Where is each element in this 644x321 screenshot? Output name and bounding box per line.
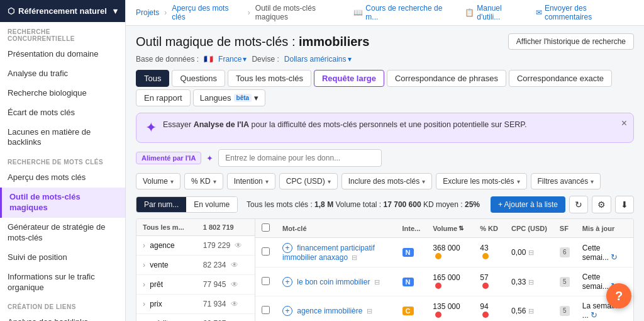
tab-tous-mots-cles[interactable]: Tous les mots-clés xyxy=(228,70,311,87)
tab-languages[interactable]: Langues bêta ▾ xyxy=(193,89,265,106)
filter-kd[interactable]: % KD ▾ xyxy=(184,173,223,189)
left-table-row[interactable]: › prix 71 934 👁 xyxy=(136,295,255,314)
col-checkbox xyxy=(255,219,276,238)
col-volume[interactable]: Volume ⇅ xyxy=(426,219,474,238)
sidebar-item-keyword-overview[interactable]: Aperçu des mots clés xyxy=(0,168,125,188)
sidebar-item-magic-tool[interactable]: Outil de mots-clés magiques xyxy=(0,188,125,218)
left-row-keyword[interactable]: › prix xyxy=(136,295,197,314)
settings-button[interactable]: ⚙ xyxy=(592,196,611,213)
main-content: Projets › Aperçu des mots clés › Outil d… xyxy=(126,0,644,321)
keyword-link[interactable]: financement participatif immobilier anax… xyxy=(282,244,375,262)
col-kd[interactable]: % KD xyxy=(474,219,505,238)
sidebar-item-backlinks-gap[interactable]: Lacunes en matière de backlinks xyxy=(0,123,125,153)
export-button[interactable]: ⬇ xyxy=(615,196,634,213)
breadcrumb-apercu[interactable]: Aperçu des mots clés xyxy=(172,4,243,21)
sidebar-item-backlinks-analysis[interactable]: Analyse des backlinks xyxy=(0,313,125,321)
kd-dot xyxy=(482,312,489,318)
eye-icon[interactable]: 👁 xyxy=(231,261,238,269)
col-cpc[interactable]: CPC (USD) xyxy=(505,219,553,238)
sidebar-item-biological[interactable]: Recherche biologique xyxy=(0,84,125,103)
table-wrapper: Tous les m... 1 802 719 › agence 179 229… xyxy=(136,218,634,321)
refresh-button[interactable]: ↻ xyxy=(569,196,588,213)
keyword-link[interactable]: agence immobilière xyxy=(297,307,362,315)
topnav-link-feedback[interactable]: ✉ Envoyer des commentaires xyxy=(536,4,634,21)
add-keyword-icon[interactable]: + xyxy=(282,277,292,287)
row-checkbox[interactable] xyxy=(262,277,270,285)
chevron-icon: ▾ xyxy=(265,178,269,185)
row-kd-cell: 94 xyxy=(474,296,505,322)
row-refresh-icon[interactable]: ↻ xyxy=(591,310,597,320)
filter-exclude[interactable]: Exclure les mots-clés ▾ xyxy=(436,173,526,189)
currency-dropdown[interactable]: Dollars américains ▾ xyxy=(284,55,352,64)
filter-cpc[interactable]: CPC (USD) ▾ xyxy=(279,173,338,189)
cpc-icon[interactable]: ⊟ xyxy=(528,249,534,256)
add-keyword-icon[interactable]: + xyxy=(282,306,292,316)
left-table-row[interactable]: › crédit 69 767 👁 xyxy=(136,314,255,322)
cpc-icon[interactable]: ⊟ xyxy=(528,278,534,286)
eye-icon[interactable]: 👁 xyxy=(231,280,238,289)
history-button[interactable]: Afficher l'historique de recherche xyxy=(508,33,634,50)
row-keyword-cell: + le bon coin immobilier ⊟ xyxy=(276,268,396,296)
eye-icon[interactable]: 👁 xyxy=(235,241,242,250)
ai-banner-close-button[interactable]: × xyxy=(621,118,627,128)
left-row-keyword[interactable]: › agence xyxy=(136,236,197,256)
left-row-count: 69 767 👁 xyxy=(197,314,255,322)
keyword-tabs: Tous Questions Tous les mots-clés Requêt… xyxy=(136,70,634,106)
row-checkbox[interactable] xyxy=(262,306,270,314)
intent-badge: C xyxy=(402,307,414,315)
eye-icon[interactable]: 👁 xyxy=(231,300,238,308)
par-button[interactable]: Par num... xyxy=(136,197,186,212)
tab-questions[interactable]: Questions xyxy=(172,70,225,87)
page-icon[interactable]: ⊟ xyxy=(367,307,372,315)
sidebar-item-strategy[interactable]: Générateur de stratégie de mots-clés xyxy=(0,218,125,248)
sidebar-header[interactable]: ⬡ Référencement naturel ▾ xyxy=(0,0,125,22)
expand-icon[interactable]: › xyxy=(143,300,145,308)
tab-requete-large[interactable]: Requête large xyxy=(314,70,384,87)
row-keyword-cell: + financement participatif immobilier an… xyxy=(276,238,396,268)
row-sf-cell: 5 xyxy=(553,296,576,322)
sidebar-item-gap[interactable]: Écart de mots clés xyxy=(0,103,125,123)
sidebar-item-position[interactable]: Suivi de position xyxy=(0,248,125,268)
left-table-row[interactable]: › prêt 77 945 👁 xyxy=(136,275,255,295)
left-row-keyword[interactable]: › vente xyxy=(136,256,197,275)
filter-volume[interactable]: Volume ▾ xyxy=(136,173,180,189)
left-row-count: 71 934 👁 xyxy=(197,295,255,314)
left-table-row[interactable]: › vente 82 234 👁 xyxy=(136,256,255,275)
domain-input[interactable] xyxy=(218,149,382,167)
sidebar-logo-icon: ⬡ xyxy=(8,6,14,16)
add-keyword-icon[interactable]: + xyxy=(282,243,292,253)
help-button[interactable]: ? xyxy=(606,283,631,308)
topnav-link-course[interactable]: 📖 Cours de recherche de m... xyxy=(353,4,455,21)
select-all-checkbox[interactable] xyxy=(262,223,270,232)
topnav-link-manual[interactable]: 📋 Manuel d'utili... xyxy=(465,4,526,21)
row-checkbox[interactable] xyxy=(262,247,270,256)
tab-tous[interactable]: Tous xyxy=(136,70,169,87)
filter-include[interactable]: Inclure des mots-clés ▾ xyxy=(341,173,432,189)
feedback-icon: ✉ xyxy=(536,8,542,17)
sidebar-item-traffic[interactable]: Analyse du trafic xyxy=(0,64,125,84)
expand-icon[interactable]: › xyxy=(143,241,145,250)
tab-correspondance-phrases[interactable]: Correspondance de phrases xyxy=(387,70,506,87)
tab-correspondance-exacte[interactable]: Correspondance exacte xyxy=(509,70,612,87)
filter-advanced[interactable]: Filtres avancés ▾ xyxy=(531,173,601,189)
cpc-icon[interactable]: ⊟ xyxy=(528,307,534,315)
col-keyword[interactable]: Mot-clé xyxy=(276,219,396,238)
left-row-keyword[interactable]: › prêt xyxy=(136,275,197,295)
sidebar-item-organic[interactable]: Informations sur le trafic organique xyxy=(0,268,125,298)
vol-button[interactable]: En volume xyxy=(186,197,237,212)
filter-intention[interactable]: Intention ▾ xyxy=(227,173,275,189)
left-table-row[interactable]: › agence 179 229 👁 xyxy=(136,236,255,256)
row-refresh-icon[interactable]: ↻ xyxy=(611,252,618,262)
page-icon[interactable]: ⊟ xyxy=(352,254,357,261)
breadcrumb-projets[interactable]: Projets xyxy=(136,8,159,17)
left-row-keyword[interactable]: › crédit xyxy=(136,314,197,322)
add-list-button[interactable]: + Ajouter à la liste xyxy=(491,196,565,213)
expand-icon[interactable]: › xyxy=(143,280,145,289)
page-icon[interactable]: ⊟ xyxy=(374,278,380,286)
tab-en-rapport[interactable]: En rapport xyxy=(136,89,191,106)
expand-icon[interactable]: › xyxy=(143,261,145,269)
table-row: + agence immobilière ⊟ C 135 000 94 0,56… xyxy=(255,296,633,322)
sidebar-item-presentation[interactable]: Présentation du domaine xyxy=(0,45,125,64)
keyword-link[interactable]: le bon coin immobilier xyxy=(297,278,370,286)
country-dropdown[interactable]: France ▾ xyxy=(218,55,247,64)
